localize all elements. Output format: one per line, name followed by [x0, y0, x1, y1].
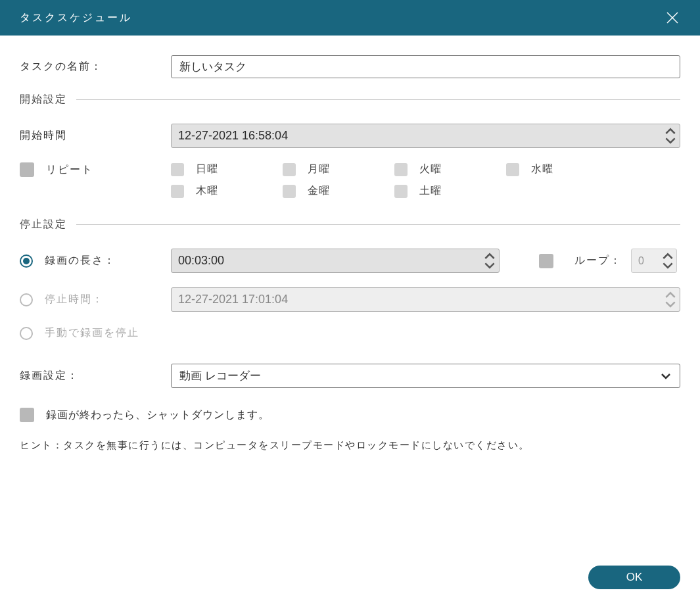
rec-setting-value: 動画 レコーダー — [179, 368, 261, 383]
shutdown-checkbox[interactable] — [20, 408, 34, 422]
day-mon-label: 月曜 — [308, 162, 330, 176]
stop-time-radio[interactable] — [20, 293, 33, 306]
day-sun-label: 日曜 — [196, 162, 218, 176]
duration-radio[interactable] — [20, 254, 33, 268]
hint-text: ヒント：タスクを無事に行うには、コンピュータをスリープモードやロックモードにしな… — [20, 439, 680, 452]
chevron-up-icon[interactable] — [661, 252, 674, 260]
rec-setting-select[interactable]: 動画 レコーダー — [171, 364, 680, 388]
task-name-label: タスクの名前： — [20, 60, 171, 74]
divider — [76, 99, 680, 100]
close-icon[interactable] — [665, 10, 680, 26]
chevron-down-icon[interactable] — [661, 261, 674, 270]
rec-setting-label: 録画設定： — [20, 369, 171, 383]
duration-label: 録画の長さ： — [45, 254, 116, 268]
chevron-down-icon[interactable] — [483, 261, 496, 270]
stop-time-spinner[interactable]: 12-27-2021 17:01:04 — [171, 287, 680, 312]
day-wed-label: 水曜 — [531, 162, 553, 176]
chevron-down-icon[interactable] — [664, 300, 677, 308]
duration-spinner[interactable]: 00:03:00 — [171, 249, 500, 273]
day-fri-label: 金曜 — [308, 184, 330, 198]
chevron-up-icon[interactable] — [664, 291, 677, 299]
stop-time-label: 停止時間： — [45, 293, 104, 306]
day-mon-checkbox[interactable] — [283, 163, 296, 176]
repeat-checkbox[interactable] — [20, 162, 34, 177]
start-time-label: 開始時間 — [20, 129, 171, 143]
day-tue-label: 火曜 — [419, 162, 442, 176]
day-fri-checkbox[interactable] — [283, 185, 296, 198]
days-grid: 日曜 月曜 火曜 水曜 木曜 金曜 土曜 — [171, 162, 680, 198]
dialog-title: タスクスケジュール — [20, 11, 132, 25]
chevron-up-icon[interactable] — [664, 127, 677, 135]
chevron-down-icon[interactable] — [664, 136, 677, 145]
day-tue-checkbox[interactable] — [394, 163, 408, 176]
day-sat-checkbox[interactable] — [394, 185, 408, 198]
stop-time-value: 12-27-2021 17:01:04 — [178, 293, 288, 306]
task-name-input[interactable] — [171, 55, 680, 78]
start-time-spinner[interactable]: 12-27-2021 16:58:04 — [171, 124, 680, 148]
repeat-label: リピート — [46, 163, 93, 177]
ok-button[interactable]: OK — [588, 566, 680, 589]
chevron-up-icon[interactable] — [483, 252, 496, 260]
divider — [76, 224, 680, 225]
day-sat-label: 土曜 — [419, 184, 442, 198]
start-time-value: 12-27-2021 16:58:04 — [178, 129, 288, 143]
loop-label: ループ： — [574, 254, 622, 268]
day-thu-checkbox[interactable] — [171, 185, 184, 198]
stop-section-title: 停止設定 — [20, 218, 67, 231]
manual-stop-label: 手動で録画を停止 — [45, 326, 139, 340]
day-sun-checkbox[interactable] — [171, 163, 184, 176]
start-section-title: 開始設定 — [20, 93, 67, 107]
shutdown-label: 録画が終わったら、シャットダウンします。 — [46, 408, 269, 422]
day-wed-checkbox[interactable] — [506, 163, 519, 176]
dialog-header: タスクスケジュール — [0, 0, 700, 36]
manual-stop-radio[interactable] — [20, 327, 33, 340]
loop-checkbox[interactable] — [539, 254, 553, 268]
chevron-down-icon — [660, 372, 672, 380]
day-thu-label: 木曜 — [196, 184, 218, 198]
duration-value: 00:03:00 — [178, 254, 224, 268]
